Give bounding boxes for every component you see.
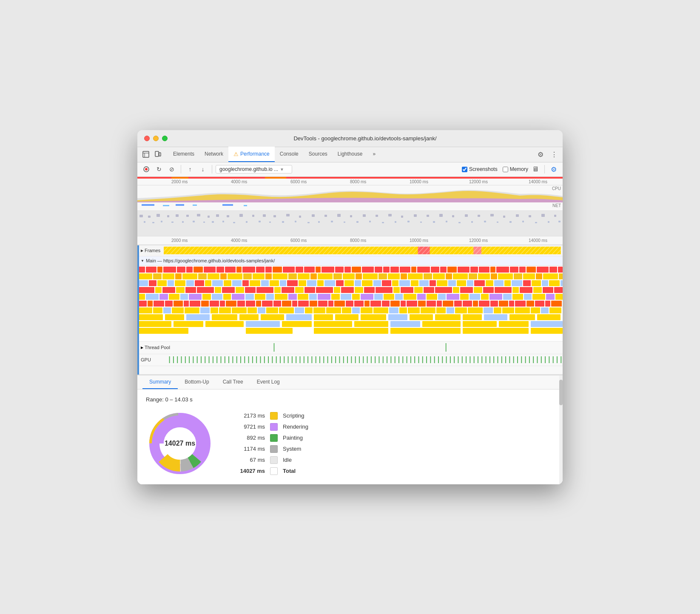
tab-performance[interactable]: ⚠ Performance: [228, 147, 275, 162]
reload-button[interactable]: ↻: [154, 164, 165, 175]
svg-rect-293: [532, 294, 545, 300]
svg-rect-32: [350, 215, 352, 217]
summary-content: Range: 0 – 14.03 s: [137, 389, 563, 484]
svg-rect-3: [155, 151, 159, 156]
download-button[interactable]: ↓: [197, 164, 208, 175]
maximize-button[interactable]: [162, 136, 168, 141]
minimize-button[interactable]: [153, 136, 159, 141]
frames-track: ▶ Frames: [137, 245, 563, 256]
tab-network[interactable]: Network: [199, 147, 228, 162]
memory-checkbox[interactable]: [503, 167, 508, 172]
tab-console[interactable]: Console: [275, 147, 304, 162]
svg-rect-235: [316, 287, 333, 293]
svg-rect-474: [398, 356, 399, 363]
scrollbar-thumb[interactable]: [559, 380, 563, 405]
svg-rect-112: [335, 267, 344, 273]
svg-rect-430: [225, 356, 225, 363]
svg-rect-285: [447, 294, 459, 300]
svg-rect-506: [525, 356, 526, 363]
close-button[interactable]: [144, 136, 150, 141]
svg-rect-417: [173, 356, 174, 363]
svg-rect-345: [163, 307, 171, 313]
svg-rect-323: [382, 301, 390, 307]
device-icon[interactable]: [153, 149, 163, 159]
tab-more[interactable]: »: [368, 147, 381, 162]
svg-rect-24: [252, 215, 254, 217]
svg-rect-54: [193, 221, 195, 222]
svg-rect-227: [222, 287, 235, 293]
tab-call-tree[interactable]: Call Tree: [216, 375, 250, 389]
tab-sources[interactable]: Sources: [304, 147, 333, 162]
svg-rect-261: [189, 294, 202, 300]
svg-rect-257: [146, 294, 159, 300]
svg-rect-171: [536, 273, 542, 279]
svg-rect-322: [370, 301, 381, 307]
svg-rect-216: [532, 280, 541, 286]
upload-button[interactable]: ↑: [185, 164, 196, 175]
svg-rect-69: [369, 221, 371, 222]
svg-rect-284: [438, 294, 446, 300]
time-label-4000: 4000 ms: [231, 179, 247, 184]
svg-rect-41: [465, 214, 468, 217]
svg-rect-282: [417, 294, 426, 300]
svg-rect-202: [399, 280, 410, 286]
svg-rect-233: [295, 287, 304, 293]
svg-rect-66: [331, 221, 333, 222]
svg-rect-0: [143, 151, 149, 157]
svg-rect-457: [331, 356, 332, 363]
svg-rect-214: [512, 280, 522, 286]
svg-rect-135: [558, 267, 563, 273]
svg-rect-157: [378, 273, 387, 279]
svg-rect-60: [259, 221, 261, 222]
svg-rect-120: [411, 267, 416, 273]
svg-rect-249: [483, 287, 494, 293]
svg-rect-221: [155, 287, 162, 293]
svg-rect-321: [364, 301, 370, 307]
settings-icon[interactable]: ⚙: [535, 149, 546, 159]
more-options-icon[interactable]: ⋮: [549, 149, 559, 159]
tab-event-log[interactable]: Event Log: [250, 375, 287, 389]
svg-rect-419: [181, 356, 182, 363]
svg-rect-127: [479, 267, 489, 273]
svg-rect-464: [359, 356, 360, 363]
memory-label[interactable]: Memory: [510, 166, 528, 172]
perf-settings-icon[interactable]: ⚙: [548, 164, 559, 175]
svg-rect-289: [489, 294, 502, 300]
frames-triangle-icon: ▶: [141, 249, 143, 253]
inspect-icon[interactable]: [141, 149, 151, 159]
svg-rect-247: [460, 287, 473, 293]
svg-rect-436: [248, 356, 249, 363]
tab-lighthouse[interactable]: Lighthouse: [333, 147, 368, 162]
svg-rect-283: [427, 294, 437, 300]
svg-rect-334: [479, 301, 489, 307]
svg-rect-155: [356, 273, 362, 279]
url-selector[interactable]: googlechrome.github.io ... ▼: [216, 165, 292, 173]
tab-bottom-up[interactable]: Bottom-Up: [178, 375, 216, 389]
record-button[interactable]: [141, 164, 152, 175]
svg-rect-355: [279, 307, 294, 313]
svg-rect-161: [424, 273, 432, 279]
legend-row-painting: 892 ms Painting: [231, 434, 308, 442]
svg-rect-100: [216, 267, 224, 273]
svg-rect-141: [198, 273, 207, 279]
screenshots-label[interactable]: Screenshots: [469, 166, 498, 172]
capture-settings-icon[interactable]: 🖥: [530, 164, 541, 175]
svg-rect-244: [424, 287, 434, 293]
tab-elements[interactable]: Elements: [168, 147, 199, 162]
tab-summary[interactable]: Summary: [142, 375, 178, 389]
svg-rect-263: [212, 294, 222, 300]
svg-rect-346: [172, 307, 184, 313]
main-label: Main — https://googlechrome.github.io/de…: [146, 258, 275, 263]
svg-rect-286: [460, 294, 469, 300]
svg-rect-129: [496, 267, 509, 273]
svg-rect-250: [495, 287, 512, 293]
svg-rect-33: [363, 214, 366, 217]
svg-rect-79: [497, 222, 498, 223]
gpu-content: [167, 355, 563, 365]
screenshots-checkbox[interactable]: [462, 167, 467, 172]
svg-rect-58: [233, 222, 235, 223]
clear-button[interactable]: ⊘: [166, 164, 177, 175]
svg-rect-350: [219, 307, 231, 313]
idle-swatch: [270, 456, 278, 464]
svg-rect-269: [275, 294, 287, 300]
